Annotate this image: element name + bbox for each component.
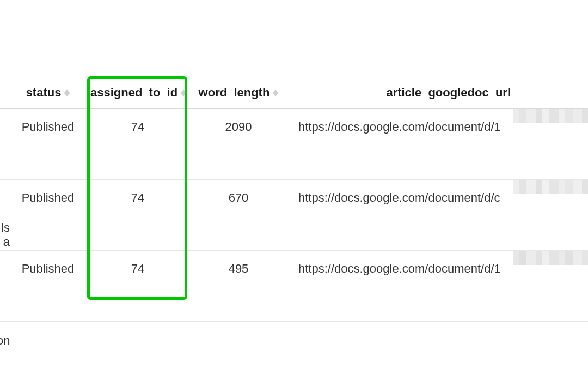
data-table-container: status assigned_to_id bbox=[0, 79, 588, 322]
col-header-fragment-left bbox=[0, 79, 10, 109]
cell-status: Published bbox=[10, 180, 86, 251]
table-row[interactable]: Published74495https://docs.google.com/do… bbox=[0, 251, 588, 322]
col-header-fragment-right bbox=[511, 79, 588, 109]
cutoff-text-fragment: on bbox=[0, 334, 10, 348]
cell-word-length: 2090 bbox=[189, 109, 287, 180]
cell-redacted-url-tail bbox=[511, 251, 588, 322]
cell-fragment-left bbox=[0, 251, 10, 322]
table-header-row: status assigned_to_id bbox=[0, 79, 588, 109]
sort-icon[interactable] bbox=[181, 89, 186, 96]
col-header-label: word_length bbox=[199, 86, 270, 100]
cell-fragment-left: lsa bbox=[0, 180, 10, 251]
cell-redacted-url-tail bbox=[511, 109, 588, 180]
cell-article-url[interactable]: https://docs.google.com/document/d/1 bbox=[287, 251, 511, 322]
cell-word-length: 495 bbox=[189, 251, 287, 322]
cell-word-length: 670 bbox=[189, 180, 287, 251]
cell-assigned-to-id: 74 bbox=[86, 180, 189, 251]
col-header-label: status bbox=[26, 86, 62, 100]
col-header-label: article_googledoc_url bbox=[386, 86, 511, 100]
sort-icon[interactable] bbox=[64, 89, 70, 96]
col-header-assigned-to-id[interactable]: assigned_to_id bbox=[86, 79, 189, 109]
cell-status: Published bbox=[10, 109, 86, 180]
table-body: Published742090https://docs.google.com/d… bbox=[0, 109, 588, 322]
cell-status: Published bbox=[10, 251, 86, 322]
cell-assigned-to-id: 74 bbox=[86, 251, 189, 322]
table-row[interactable]: Published742090https://docs.google.com/d… bbox=[0, 109, 588, 180]
cell-article-url[interactable]: https://docs.google.com/document/d/c bbox=[287, 180, 511, 251]
cell-fragment-left bbox=[0, 109, 10, 180]
table-row[interactable]: lsaPublished74670https://docs.google.com… bbox=[0, 180, 588, 251]
col-header-article-url[interactable]: article_googledoc_url bbox=[287, 79, 511, 109]
redacted-segment bbox=[513, 180, 588, 194]
col-header-word-length[interactable]: word_length bbox=[189, 79, 287, 109]
col-header-status[interactable]: status bbox=[10, 79, 86, 109]
sort-icon[interactable] bbox=[273, 89, 278, 96]
data-table: status assigned_to_id bbox=[0, 79, 588, 322]
cell-assigned-to-id: 74 bbox=[86, 109, 189, 180]
cell-article-url[interactable]: https://docs.google.com/document/d/1 bbox=[287, 109, 511, 180]
redacted-segment bbox=[513, 109, 588, 123]
redacted-segment bbox=[513, 251, 588, 265]
cell-redacted-url-tail bbox=[511, 180, 588, 251]
col-header-label: assigned_to_id bbox=[90, 86, 177, 100]
